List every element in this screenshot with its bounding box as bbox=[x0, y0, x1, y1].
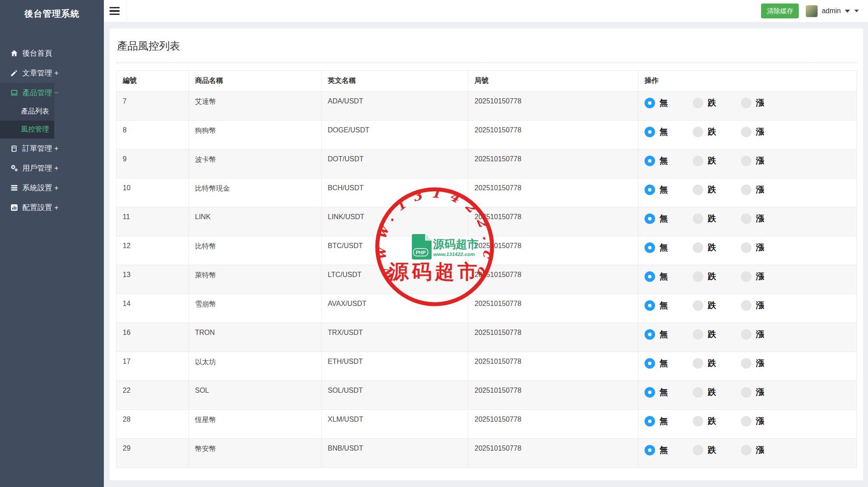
radio-option-rise[interactable]: 漲 bbox=[741, 242, 764, 253]
sidebar-menu: 後台首頁文章管理 +產品管理 −產品列表風控管理訂單管理 +用戶管理 +系統設置… bbox=[0, 43, 104, 217]
radio-option-none[interactable]: 無 bbox=[645, 387, 668, 398]
radio-option-fall[interactable]: 跌 bbox=[693, 300, 716, 311]
radio-fall[interactable] bbox=[693, 242, 703, 253]
sidebar-item-article[interactable]: 文章管理 + bbox=[0, 63, 54, 83]
table-row: 16TRONTRX/USDT202510150778無跌漲 bbox=[117, 323, 857, 352]
radio-option-rise[interactable]: 漲 bbox=[741, 97, 764, 109]
radio-option-fall[interactable]: 跌 bbox=[693, 358, 716, 369]
radio-option-none[interactable]: 無 bbox=[645, 444, 668, 456]
sidebar-item-home[interactable]: 後台首頁 bbox=[0, 43, 54, 63]
radio-rise[interactable] bbox=[741, 271, 751, 282]
cell-actions: 無跌漲 bbox=[638, 149, 857, 178]
radio-option-fall[interactable]: 跌 bbox=[693, 155, 716, 167]
radio-option-fall[interactable]: 跌 bbox=[693, 242, 716, 253]
radio-option-rise[interactable]: 漲 bbox=[741, 126, 764, 138]
radio-option-none[interactable]: 無 bbox=[645, 358, 668, 369]
radio-none-selected[interactable] bbox=[645, 271, 655, 282]
radio-rise[interactable] bbox=[741, 387, 751, 398]
radio-fall[interactable] bbox=[693, 300, 703, 311]
radio-none-selected[interactable] bbox=[645, 300, 655, 311]
radio-none-selected[interactable] bbox=[645, 445, 655, 455]
sidebar-item-config[interactable]: 配置設置 + bbox=[0, 198, 54, 217]
avatar[interactable] bbox=[806, 5, 818, 17]
radio-option-none[interactable]: 無 bbox=[645, 213, 668, 224]
radio-option-fall[interactable]: 跌 bbox=[693, 271, 716, 282]
radio-none-selected[interactable] bbox=[645, 213, 655, 224]
radio-option-fall[interactable]: 跌 bbox=[693, 444, 716, 456]
radio-fall[interactable] bbox=[693, 358, 703, 369]
radio-fall[interactable] bbox=[693, 416, 703, 427]
table-row: 22SOLSOL/USDT202510150778無跌漲 bbox=[117, 381, 857, 410]
radio-option-none[interactable]: 無 bbox=[645, 126, 668, 138]
radio-option-rise[interactable]: 漲 bbox=[741, 444, 764, 456]
radio-fall[interactable] bbox=[693, 127, 703, 137]
radio-rise[interactable] bbox=[741, 416, 751, 427]
radio-none-selected[interactable] bbox=[645, 185, 655, 195]
radio-fall[interactable] bbox=[693, 387, 703, 398]
clear-cache-button[interactable]: 清除緩存 bbox=[761, 4, 799, 18]
app-title: 後台管理系統 bbox=[0, 0, 104, 28]
hamburger-menu-icon[interactable] bbox=[104, 0, 127, 22]
radio-option-fall[interactable]: 跌 bbox=[693, 329, 716, 340]
radio-none-selected[interactable] bbox=[645, 156, 655, 166]
radio-option-rise[interactable]: 漲 bbox=[741, 155, 764, 167]
radio-rise[interactable] bbox=[741, 300, 751, 311]
cell-name: 幣安幣 bbox=[189, 439, 322, 468]
radio-fall[interactable] bbox=[693, 156, 703, 166]
radio-fall[interactable] bbox=[693, 213, 703, 224]
radio-option-rise[interactable]: 漲 bbox=[741, 329, 764, 340]
radio-option-none[interactable]: 無 bbox=[645, 155, 668, 167]
radio-none-selected[interactable] bbox=[645, 242, 655, 253]
radio-option-rise[interactable]: 漲 bbox=[741, 300, 764, 311]
sidebar-item-product[interactable]: 產品管理 − bbox=[0, 83, 54, 103]
radio-fall[interactable] bbox=[693, 271, 703, 282]
radio-option-fall[interactable]: 跌 bbox=[693, 416, 716, 427]
sidebar-item-user[interactable]: 用戶管理 + bbox=[0, 158, 54, 178]
radio-option-rise[interactable]: 漲 bbox=[741, 416, 764, 427]
radio-option-none[interactable]: 無 bbox=[645, 416, 668, 427]
radio-option-fall[interactable]: 跌 bbox=[693, 97, 716, 109]
sidebar-subitem-risk-control[interactable]: 風控管理 bbox=[0, 121, 54, 139]
radio-rise[interactable] bbox=[741, 127, 751, 137]
radio-option-fall[interactable]: 跌 bbox=[693, 387, 716, 398]
radio-option-rise[interactable]: 漲 bbox=[741, 358, 764, 369]
radio-fall[interactable] bbox=[693, 98, 703, 108]
radio-fall[interactable] bbox=[693, 185, 703, 195]
radio-none-selected[interactable] bbox=[645, 387, 655, 398]
radio-option-rise[interactable]: 漲 bbox=[741, 184, 764, 196]
radio-option-none[interactable]: 無 bbox=[645, 300, 668, 311]
radio-option-none[interactable]: 無 bbox=[645, 184, 668, 196]
radio-rise[interactable] bbox=[741, 358, 751, 369]
cell-id: 12 bbox=[117, 236, 189, 265]
user-dropdown[interactable]: admin bbox=[822, 7, 859, 15]
sidebar-item-system[interactable]: 系統設置 + bbox=[0, 178, 54, 198]
radio-option-rise[interactable]: 漲 bbox=[741, 387, 764, 398]
radio-option-none[interactable]: 無 bbox=[645, 329, 668, 340]
radio-rise[interactable] bbox=[741, 185, 751, 195]
radio-rise[interactable] bbox=[741, 445, 751, 455]
radio-none-selected[interactable] bbox=[645, 127, 655, 137]
cell-symbol: ADA/USDT bbox=[322, 92, 468, 121]
radio-none-selected[interactable] bbox=[645, 329, 655, 340]
radio-option-rise[interactable]: 漲 bbox=[741, 271, 764, 282]
radio-none-selected[interactable] bbox=[645, 358, 655, 369]
sidebar-item-order[interactable]: 訂單管理 + bbox=[0, 139, 54, 158]
radio-option-rise[interactable]: 漲 bbox=[741, 213, 764, 224]
radio-option-fall[interactable]: 跌 bbox=[693, 126, 716, 138]
radio-option-none[interactable]: 無 bbox=[645, 97, 668, 109]
radio-option-none[interactable]: 無 bbox=[645, 242, 668, 253]
radio-rise[interactable] bbox=[741, 156, 751, 166]
radio-fall[interactable] bbox=[693, 445, 703, 455]
radio-rise[interactable] bbox=[741, 213, 751, 224]
radio-rise[interactable] bbox=[741, 242, 751, 253]
cell-id: 11 bbox=[117, 207, 189, 236]
radio-none-selected[interactable] bbox=[645, 98, 655, 108]
radio-fall[interactable] bbox=[693, 329, 703, 340]
radio-rise[interactable] bbox=[741, 329, 751, 340]
radio-option-fall[interactable]: 跌 bbox=[693, 184, 716, 196]
sidebar-subitem-product-list[interactable]: 產品列表 bbox=[0, 103, 54, 121]
radio-option-fall[interactable]: 跌 bbox=[693, 213, 716, 224]
radio-rise[interactable] bbox=[741, 98, 751, 108]
radio-none-selected[interactable] bbox=[645, 416, 655, 427]
radio-option-none[interactable]: 無 bbox=[645, 271, 668, 282]
